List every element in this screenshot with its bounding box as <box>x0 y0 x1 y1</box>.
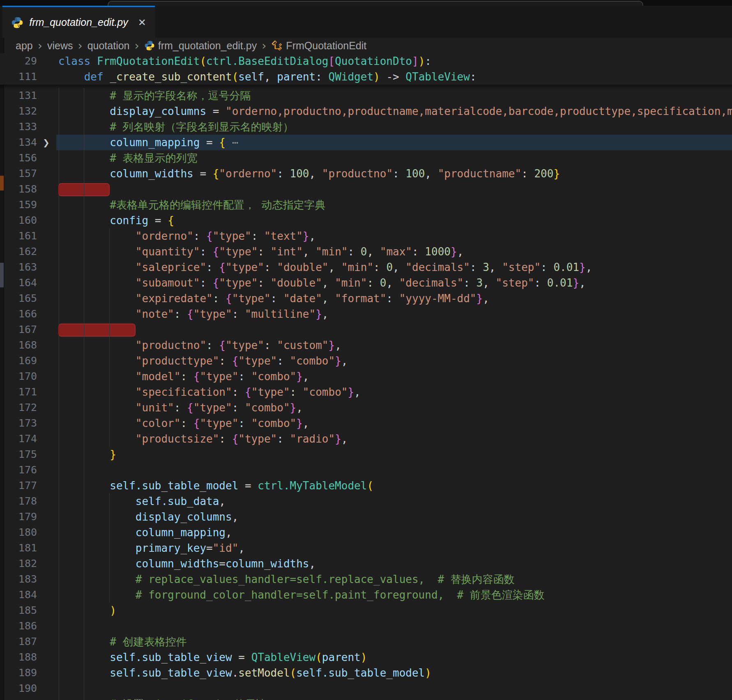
code-line-177[interactable]: 177 self.sub_table_model = ctrl.MyTableM… <box>0 478 732 493</box>
line-number[interactable]: 111 <box>0 69 37 85</box>
close-icon[interactable]: ✕ <box>138 17 146 28</box>
line-number[interactable]: 190 <box>0 681 37 696</box>
code-line-133[interactable]: 133 # 列名映射（字段名到显示名的映射） <box>0 119 732 135</box>
line-number[interactable]: 158 <box>0 181 37 197</box>
python-icon <box>144 40 155 51</box>
line-number[interactable]: 183 <box>0 571 37 587</box>
line-number[interactable]: 180 <box>0 525 37 540</box>
code-line-185[interactable]: 185 ) <box>0 603 732 618</box>
line-number[interactable]: 176 <box>0 462 37 478</box>
line-number[interactable]: 157 <box>0 166 37 181</box>
line-number[interactable]: 132 <box>0 103 37 119</box>
line-number[interactable]: 156 <box>0 150 37 166</box>
code-line-186[interactable]: 186 <box>0 618 732 634</box>
code-line-189[interactable]: 189 self.sub_table_view.setModel(self.su… <box>0 665 732 681</box>
line-number[interactable]: 167 <box>0 322 37 337</box>
breadcrumb-item-frmquotationedit[interactable]: FrmQuotationEdit <box>271 40 366 52</box>
code-line-173[interactable]: 173 "color": {"type": "combo"}, <box>0 415 732 431</box>
code-line-181[interactable]: 181 primary_key="id", <box>0 540 732 556</box>
line-number[interactable]: 181 <box>0 540 37 556</box>
line-number[interactable]: 171 <box>0 384 37 400</box>
code-line-161[interactable]: 161 "orderno": {"type": "text"}, <box>0 228 732 244</box>
code-line-159[interactable]: 159 #表格单元格的编辑控件配置， 动态指定字典 <box>0 197 732 213</box>
line-number[interactable]: 133 <box>0 119 37 135</box>
code-line-187[interactable]: 187 # 创建表格控件 <box>0 634 732 650</box>
tab-frm-quotation-edit[interactable]: frm_quotation_edit.py ✕ <box>2 6 155 38</box>
code-line-131[interactable]: 131 # 显示的字段名称，逗号分隔 <box>0 88 732 103</box>
line-number[interactable]: 163 <box>0 259 37 275</box>
line-number[interactable]: 184 <box>0 587 37 603</box>
line-number[interactable]: 160 <box>0 213 37 228</box>
code-line-188[interactable]: 188 self.sub_table_view = QTableView(par… <box>0 650 732 665</box>
code-line-156[interactable]: 156 # 表格显示的列宽 <box>0 150 732 166</box>
code-line-160[interactable]: 160 config = { <box>0 213 732 228</box>
line-number[interactable]: 159 <box>0 197 37 213</box>
code-text: "producttype": {"type": "combo"}, <box>58 353 348 369</box>
line-number[interactable]: 169 <box>0 353 37 369</box>
code-line-176[interactable]: 176 <box>0 462 732 478</box>
line-number[interactable]: 162 <box>0 244 37 259</box>
breadcrumb-item-app[interactable]: app <box>16 40 33 52</box>
code-line-175[interactable]: 175 } <box>0 447 732 462</box>
code-line-134[interactable]: 134❯ column_mapping = { ⋯ <box>0 135 732 150</box>
code-line-172[interactable]: 172 "unit": {"type": "combo"}, <box>0 400 732 415</box>
code-line-182[interactable]: 182 column_widths=column_widths, <box>0 556 732 571</box>
line-number[interactable]: 182 <box>0 556 37 571</box>
line-number[interactable]: 178 <box>0 493 37 509</box>
code-line-171[interactable]: 171 "specification": {"type": "combo"}, <box>0 384 732 400</box>
line-number[interactable]: 189 <box>0 665 37 681</box>
line-number[interactable]: 161 <box>0 228 37 244</box>
breadcrumb-item-views[interactable]: views <box>47 40 73 52</box>
line-number[interactable]: 29 <box>0 53 37 69</box>
breadcrumb-item-quotation[interactable]: quotation <box>87 40 130 52</box>
sticky-line-29[interactable]: 29class FrmQuotationEdit(ctrl.BaseEditDi… <box>0 53 732 69</box>
indent-guide <box>59 88 59 700</box>
line-number[interactable]: 175 <box>0 447 37 462</box>
line-number[interactable]: 168 <box>0 337 37 353</box>
code-line-184[interactable]: 184 # forground_color_handler=self.paint… <box>0 587 732 603</box>
code-line-164[interactable]: 164 "subamout": {"type": "double", "min"… <box>0 275 732 291</box>
line-number[interactable]: 174 <box>0 431 37 447</box>
code-line-168[interactable]: 168 "productno": {"type": "custom"}, <box>0 337 732 353</box>
code-line-162[interactable]: 162 "quantity": {"type": "int", "min": 0… <box>0 244 732 259</box>
code-line-132[interactable]: 132 display_columns = "orderno,productno… <box>0 103 732 119</box>
code-line-180[interactable]: 180 column_mapping, <box>0 525 732 540</box>
code-line-165[interactable]: 165 "expiredate": {"type": "date", "form… <box>0 291 732 306</box>
line-number[interactable]: 186 <box>0 618 37 634</box>
line-number[interactable]: 188 <box>0 650 37 665</box>
code-line-190[interactable]: 190 <box>0 681 732 696</box>
code-line-158[interactable]: 158 <box>0 181 732 197</box>
code-text: # 显示的字段名称，逗号分隔 <box>58 88 251 103</box>
line-number[interactable]: 131 <box>0 88 37 103</box>
line-number[interactable]: 166 <box>0 306 37 322</box>
breadcrumb-item-frm-quotation-edit-py[interactable]: frm_quotation_edit.py <box>144 40 257 52</box>
line-number[interactable]: 177 <box>0 478 37 493</box>
line-number[interactable]: 170 <box>0 369 37 384</box>
fold-chevron-icon[interactable]: ❯ <box>43 135 50 150</box>
code-line-169[interactable]: 169 "producttype": {"type": "combo"}, <box>0 353 732 369</box>
code-line-174[interactable]: 174 "productsize": {"type": "radio"}, <box>0 431 732 447</box>
line-number[interactable]: 191 <box>0 696 37 700</box>
code-line-166[interactable]: 166 "note": {"type": "multiline"}, <box>0 306 732 322</box>
line-number[interactable]: 134 <box>0 135 37 150</box>
window-top-strip <box>0 0 732 6</box>
code-line-179[interactable]: 179 display_columns, <box>0 509 732 525</box>
code-line-178[interactable]: 178 self.sub_data, <box>0 493 732 509</box>
line-number[interactable]: 165 <box>0 291 37 306</box>
sticky-line-111[interactable]: 111 def _create_sub_content(self, parent… <box>0 69 732 85</box>
line-number[interactable]: 179 <box>0 509 37 525</box>
indent-guide <box>109 228 110 447</box>
code-line-183[interactable]: 183 # replace_values_handler=self.replac… <box>0 571 732 587</box>
code-line-167[interactable]: 167 <box>0 322 732 337</box>
code-text: # 设置sub_table_view的属性 <box>58 696 266 700</box>
code-line-170[interactable]: 170 "model": {"type": "combo"}, <box>0 369 732 384</box>
line-number[interactable]: 173 <box>0 415 37 431</box>
line-number[interactable]: 185 <box>0 603 37 618</box>
code-line-157[interactable]: 157 column_widths = {"orderno": 100, "pr… <box>0 166 732 181</box>
code-text: "specification": {"type": "combo"}, <box>58 384 361 400</box>
line-number[interactable]: 172 <box>0 400 37 415</box>
code-line-163[interactable]: 163 "saleprice": {"type": "double", "min… <box>0 259 732 275</box>
line-number[interactable]: 187 <box>0 634 37 650</box>
line-number[interactable]: 164 <box>0 275 37 291</box>
code-line-191[interactable]: 191 # 设置sub_table_view的属性 <box>0 696 732 700</box>
